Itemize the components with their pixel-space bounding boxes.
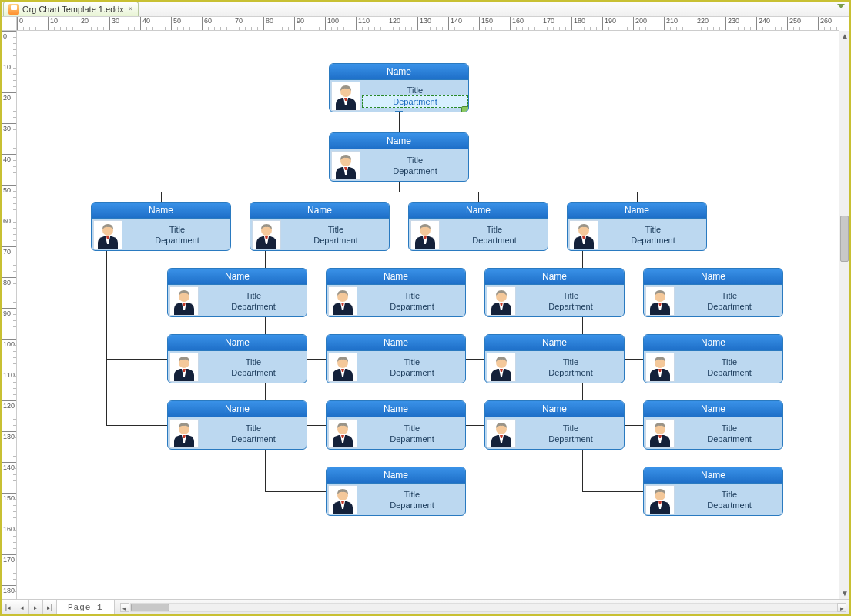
document-icon <box>8 4 19 15</box>
org-node-name: Name <box>168 269 307 285</box>
tab-dropdown-icon[interactable] <box>837 4 845 8</box>
org-node[interactable]: NameTitleDepartment <box>326 268 466 317</box>
scroll-down-icon[interactable]: ▼ <box>841 589 849 598</box>
org-node-name: Name <box>644 467 782 484</box>
org-node-name: Name <box>327 467 465 484</box>
org-node-photo <box>169 286 199 316</box>
org-node-title: Title <box>518 290 624 301</box>
org-node-title: Title <box>124 224 230 235</box>
org-node-name: Name <box>330 64 468 80</box>
document-tab-label: Org Chart Template 1.eddx <box>22 5 124 14</box>
org-node-info: TitleDepartment <box>600 219 706 251</box>
org-node-department[interactable]: Department <box>362 95 468 108</box>
page-nav-buttons: |◂ ◂ ▸ ▸| <box>2 600 57 614</box>
document-tab[interactable]: Org Chart Template 1.eddx × <box>3 2 139 16</box>
org-node[interactable]: NameTitleDepartment <box>643 268 783 317</box>
person-icon <box>171 420 197 447</box>
vertical-scroll-thumb[interactable] <box>840 216 849 262</box>
org-node-info: TitleDepartment <box>359 484 465 516</box>
org-node-department: Department <box>200 434 307 444</box>
org-node-title: Title <box>200 290 307 301</box>
close-tab-icon[interactable]: × <box>126 5 135 13</box>
org-node[interactable]: NameTitleDepartment <box>167 334 307 383</box>
org-node-name: Name <box>568 203 706 219</box>
page-next-button[interactable]: ▸ <box>29 600 43 614</box>
person-icon <box>253 221 280 249</box>
horizontal-ruler[interactable]: 0102030405060708090100110120130140150160… <box>17 17 839 31</box>
org-node-info: TitleDepartment <box>676 417 782 450</box>
org-node-info: TitleDepartment <box>441 219 548 251</box>
org-node[interactable]: NameTitleDepartment <box>167 268 307 317</box>
org-node-photo <box>645 419 675 448</box>
person-icon <box>333 152 359 179</box>
org-node-department: Department <box>518 301 624 312</box>
org-node-photo <box>569 220 598 249</box>
page-tab-label: Page-1 <box>68 603 103 612</box>
org-node-department: Department <box>362 166 468 176</box>
org-node[interactable]: NameTitleDepartment <box>643 400 783 450</box>
scroll-up-icon[interactable]: ▲ <box>841 32 849 41</box>
org-node-name: Name <box>327 269 465 285</box>
horizontal-scroll-thumb[interactable] <box>131 604 169 611</box>
org-node-name: Name <box>644 269 782 285</box>
org-node[interactable]: NameTitleDepartment <box>484 334 625 383</box>
org-node[interactable]: NameTitleDepartment <box>484 400 625 450</box>
org-node-title: Title <box>518 357 624 367</box>
org-node-department: Department <box>518 367 624 378</box>
tab-bar: Org Chart Template 1.eddx × <box>2 2 849 17</box>
vertical-ruler[interactable]: 0102030405060708090100110120130140150160… <box>2 31 17 599</box>
page-tab[interactable]: Page-1 <box>57 600 115 614</box>
horizontal-scrollbar[interactable]: ◂ ▸ <box>130 603 846 612</box>
org-node-photo <box>328 485 357 514</box>
org-node-title: Title <box>200 423 307 434</box>
org-node-department: Department <box>359 434 465 444</box>
person-icon <box>412 221 438 249</box>
canvas[interactable]: NameTitleDepartmentNameTitleDepartmentNa… <box>17 31 839 599</box>
org-node-department: Department <box>441 235 548 246</box>
canvas-area[interactable]: NameTitleDepartmentNameTitleDepartmentNa… <box>17 31 839 599</box>
page-prev-button[interactable]: ◂ <box>15 600 29 614</box>
scroll-left-icon[interactable]: ◂ <box>120 603 129 612</box>
org-node[interactable]: NameTitleDepartment <box>329 132 469 182</box>
org-node-title: Title <box>200 357 307 367</box>
person-icon <box>171 287 197 315</box>
org-node[interactable]: NameTitleDepartment <box>643 467 783 516</box>
vertical-scrollbar[interactable]: ▲ ▼ <box>839 31 849 599</box>
org-node[interactable]: NameTitleDepartment <box>643 334 783 383</box>
org-node-department: Department <box>359 367 465 378</box>
org-node-info: TitleDepartment <box>200 285 307 317</box>
page-first-button[interactable]: |◂ <box>2 600 15 614</box>
person-icon <box>330 420 356 447</box>
org-node-info: TitleDepartment <box>518 417 624 450</box>
person-icon <box>488 353 514 381</box>
org-node-title: Title <box>362 155 468 166</box>
org-node[interactable]: NameTitleDepartment <box>329 63 469 112</box>
org-node-photo <box>645 353 675 382</box>
page-last-button[interactable]: ▸| <box>43 600 57 614</box>
org-node[interactable]: NameTitleDepartment <box>567 202 707 251</box>
person-icon <box>488 420 514 447</box>
bottom-bar: |◂ ◂ ▸ ▸| Page-1 ◂ ▸ <box>2 599 849 614</box>
org-node[interactable]: NameTitleDepartment <box>326 400 466 450</box>
org-node-name: Name <box>485 401 624 417</box>
resize-handle-icon[interactable] <box>461 106 469 112</box>
org-node-name: Name <box>168 335 307 351</box>
scroll-right-icon[interactable]: ▸ <box>837 603 846 612</box>
org-node[interactable]: NameTitleDepartment <box>326 467 466 516</box>
org-node[interactable]: NameTitleDepartment <box>167 400 307 450</box>
org-node-department: Department <box>676 434 782 444</box>
org-node[interactable]: NameTitleDepartment <box>250 202 390 251</box>
org-node[interactable]: NameTitleDepartment <box>91 202 231 251</box>
org-node-info: TitleDepartment <box>518 285 624 317</box>
org-node-info: TitleDepartment <box>124 219 230 251</box>
person-icon <box>647 287 673 315</box>
org-node-department: Department <box>124 235 230 246</box>
org-node-title: Title <box>283 224 389 235</box>
org-node-title: Title <box>359 489 465 500</box>
org-node[interactable]: NameTitleDepartment <box>484 268 625 317</box>
org-node[interactable]: NameTitleDepartment <box>326 334 466 383</box>
org-node-title: Title <box>600 224 706 235</box>
org-node[interactable]: NameTitleDepartment <box>408 202 548 251</box>
ruler-corner <box>2 17 17 31</box>
org-node-name: Name <box>168 401 307 417</box>
